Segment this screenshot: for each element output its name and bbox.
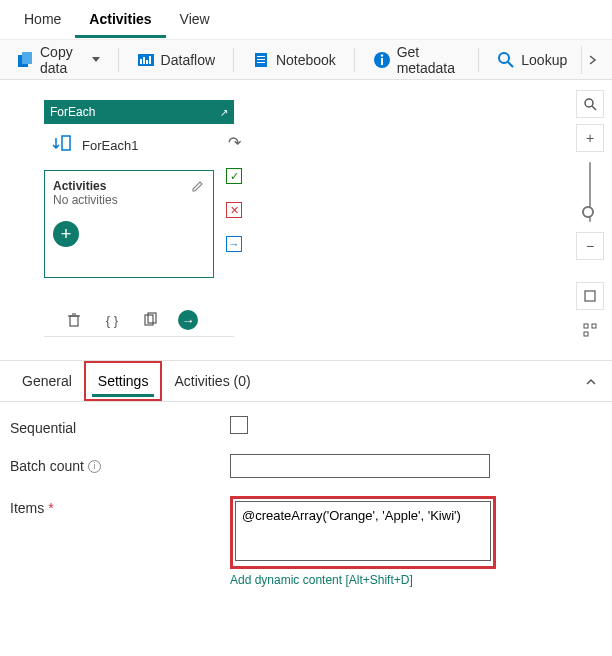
separator [118, 48, 119, 72]
sequential-label: Sequential [10, 416, 230, 436]
pipeline-canvas[interactable]: + − ForEach ↗ ForEach1 Activities [0, 80, 612, 360]
zoom-in-button[interactable]: + [576, 124, 604, 152]
svg-rect-20 [592, 324, 596, 328]
node-action-bar: { } → [64, 310, 198, 330]
notebook-label: Notebook [276, 52, 336, 68]
svg-point-13 [380, 54, 382, 56]
items-input[interactable] [235, 501, 491, 561]
copy-data-button[interactable]: Copy data [8, 40, 108, 80]
delete-icon[interactable] [64, 310, 84, 330]
toolbar-scroll-right[interactable] [581, 46, 604, 74]
svg-line-17 [592, 106, 596, 110]
node-title-row: ForEach1 [44, 124, 234, 166]
search-icon [497, 51, 515, 69]
tab-settings[interactable]: Settings [84, 361, 163, 401]
info-icon[interactable]: i [88, 460, 101, 473]
activities-subtitle: No activities [53, 193, 205, 207]
svg-rect-23 [70, 316, 78, 326]
collapse-panel-button[interactable] [580, 371, 602, 393]
lookup-label: Lookup [521, 52, 567, 68]
dataflow-label: Dataflow [161, 52, 215, 68]
chevron-down-icon [92, 57, 100, 62]
get-metadata-label: Get metadata [397, 44, 461, 76]
svg-point-16 [585, 99, 593, 107]
notebook-button[interactable]: Notebook [244, 47, 344, 73]
copy-data-icon [16, 51, 34, 69]
topnav-home[interactable]: Home [10, 1, 75, 38]
foreach-activity-node[interactable]: ForEach ↗ ForEach1 Activities No activit… [44, 100, 234, 278]
dataflow-icon [137, 51, 155, 69]
separator [233, 48, 234, 72]
svg-line-15 [508, 62, 513, 67]
svg-rect-5 [146, 60, 148, 64]
batch-count-label-text: Batch count [10, 458, 84, 474]
required-asterisk: * [48, 500, 53, 516]
add-activity-button[interactable]: + [53, 221, 79, 247]
svg-rect-4 [143, 57, 145, 64]
add-dynamic-content-link[interactable]: Add dynamic content [Alt+Shift+D] [230, 573, 496, 587]
node-output-ports: ↷ ✓ ✕ → [226, 134, 242, 252]
zoom-out-button[interactable]: − [576, 232, 604, 260]
node-type-label: ForEach [50, 105, 95, 119]
batch-count-label: Batch count i [10, 454, 230, 474]
canvas-right-rail: + − [574, 90, 606, 344]
svg-rect-3 [140, 59, 142, 64]
topnav-activities[interactable]: Activities [75, 1, 165, 38]
node-instance-name: ForEach1 [82, 138, 138, 153]
zoom-slider-track[interactable] [589, 162, 591, 222]
lookup-button[interactable]: Lookup [489, 47, 575, 73]
svg-rect-6 [149, 56, 151, 64]
on-skip-port[interactable]: ↷ [226, 134, 242, 150]
settings-panel: Sequential Batch count i Items * Add dyn… [0, 402, 612, 615]
svg-rect-12 [381, 58, 383, 65]
top-nav: Home Activities View [0, 0, 612, 40]
properties-tab-row: General Settings Activities (0) [0, 360, 612, 402]
copy-data-label: Copy data [40, 44, 84, 76]
on-fail-port[interactable]: ✕ [226, 202, 242, 218]
activities-title: Activities [53, 179, 205, 193]
pencil-icon[interactable] [191, 179, 205, 196]
alignment-button[interactable] [576, 316, 604, 344]
foreach-icon [50, 134, 72, 156]
fit-to-screen-button[interactable] [576, 282, 604, 310]
code-icon[interactable]: { } [102, 310, 122, 330]
get-metadata-button[interactable]: Get metadata [365, 40, 469, 80]
items-label: Items * [10, 496, 230, 516]
items-label-text: Items [10, 500, 44, 516]
tab-activities[interactable]: Activities (0) [162, 363, 262, 399]
svg-rect-1 [22, 52, 32, 64]
svg-rect-19 [584, 324, 588, 328]
separator [478, 48, 479, 72]
svg-rect-10 [257, 62, 265, 63]
items-highlight-box [230, 496, 496, 569]
on-success-port[interactable]: ✓ [226, 168, 242, 184]
search-canvas-button[interactable] [576, 90, 604, 118]
node-header[interactable]: ForEach ↗ [44, 100, 234, 124]
separator [354, 48, 355, 72]
tab-general[interactable]: General [10, 363, 84, 399]
svg-point-14 [499, 53, 509, 63]
svg-rect-22 [62, 136, 70, 150]
run-icon[interactable]: → [178, 310, 198, 330]
dataflow-button[interactable]: Dataflow [129, 47, 223, 73]
activities-container[interactable]: Activities No activities + [44, 170, 214, 278]
zoom-slider-knob[interactable] [582, 206, 594, 218]
toolbar: Copy data Dataflow Notebook Get metadata… [0, 40, 612, 80]
svg-rect-21 [584, 332, 588, 336]
on-completion-port[interactable]: → [226, 236, 242, 252]
sequential-checkbox[interactable] [230, 416, 248, 434]
svg-rect-18 [585, 291, 595, 301]
info-icon [373, 51, 391, 69]
notebook-icon [252, 51, 270, 69]
batch-count-input[interactable] [230, 454, 490, 478]
clone-icon[interactable] [140, 310, 160, 330]
svg-rect-9 [257, 59, 265, 60]
node-underline [44, 336, 234, 337]
topnav-view[interactable]: View [166, 1, 224, 38]
svg-rect-8 [257, 56, 265, 57]
expand-icon[interactable]: ↗ [220, 107, 228, 118]
